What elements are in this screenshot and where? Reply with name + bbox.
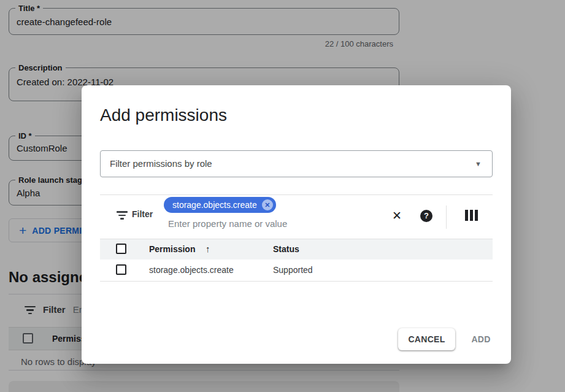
sort-ascending-icon[interactable]: ↑ — [206, 244, 210, 254]
filter-chip-storage-objects-create[interactable]: storage.objects.create ✕ — [164, 197, 276, 213]
status-column-header[interactable]: Status — [273, 244, 299, 254]
row-status: Supported — [273, 265, 313, 275]
table-filter-input[interactable] — [168, 218, 340, 229]
dialog-title: Add permissions — [100, 106, 227, 125]
column-display-options-icon[interactable] — [465, 210, 478, 221]
filter-label: Filter — [132, 209, 153, 219]
clear-filter-icon[interactable]: ✕ — [390, 209, 404, 223]
table-filter-toolbar: Filter storage.objects.create ✕ ✕ ? — [100, 194, 493, 239]
permission-column-header[interactable]: Permission — [149, 244, 195, 254]
filter-permissions-by-role-dropdown[interactable]: Filter permissions by role ▼ — [100, 150, 493, 177]
select-all-checkbox[interactable] — [116, 244, 126, 254]
create-role-page: Title * 22 / 100 characters Description … — [0, 0, 565, 392]
toolbar-divider — [446, 206, 447, 229]
row-checkbox[interactable] — [116, 264, 126, 275]
chevron-down-icon: ▼ — [475, 151, 482, 177]
chip-remove-icon[interactable]: ✕ — [262, 199, 273, 210]
filter-funnel-icon — [117, 211, 128, 220]
add-permissions-dialog: Add permissions Filter permissions by ro… — [82, 85, 511, 364]
help-icon[interactable]: ? — [420, 210, 432, 222]
permissions-table-section: Filter storage.objects.create ✕ ✕ ? Perm… — [100, 194, 493, 282]
add-button[interactable]: ADD — [467, 328, 494, 350]
cancel-button[interactable]: CANCEL — [398, 328, 455, 350]
row-permission: storage.objects.create — [149, 265, 234, 275]
filter-chip-label: storage.objects.create — [172, 200, 257, 210]
dropdown-value: Filter permissions by role — [110, 151, 212, 177]
table-header-row: Permission ↑ Status — [100, 239, 493, 259]
table-row[interactable]: storage.objects.create Supported — [100, 259, 493, 282]
